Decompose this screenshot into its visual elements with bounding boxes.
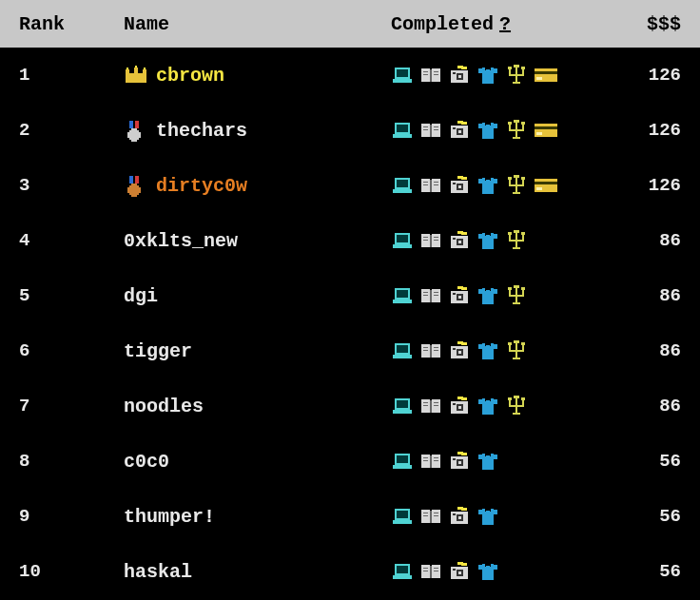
player-name[interactable]: tigger xyxy=(124,340,192,362)
rank-cell: 7 xyxy=(19,396,124,416)
svg-rect-265 xyxy=(434,515,438,516)
svg-rect-92 xyxy=(430,180,432,192)
svg-rect-118 xyxy=(536,187,542,190)
svg-rect-236 xyxy=(397,455,408,463)
svg-rect-15 xyxy=(423,71,428,72)
svg-rect-176 xyxy=(513,302,520,304)
table-row[interactable]: 3 dirtyc0w xyxy=(19,158,681,213)
table-row[interactable]: 8c0c0 56 xyxy=(19,434,681,489)
completed-cell xyxy=(391,507,605,526)
shirt-icon xyxy=(476,66,499,85)
money-cell: 56 xyxy=(605,451,681,472)
svg-rect-288 xyxy=(461,563,467,566)
svg-rect-257 xyxy=(397,511,408,518)
svg-rect-93 xyxy=(423,182,428,183)
svg-rect-255 xyxy=(486,455,490,457)
name-cell: thechars xyxy=(124,120,391,142)
header-name: Name xyxy=(124,13,391,35)
svg-rect-207 xyxy=(397,400,408,408)
table-row[interactable]: 10haskal 56 xyxy=(19,544,681,599)
table-row[interactable]: 7noodles xyxy=(19,378,681,434)
player-name[interactable]: dirtyc0w xyxy=(156,175,247,197)
svg-rect-56 xyxy=(434,126,438,127)
money-cell: 86 xyxy=(605,230,681,251)
player-name[interactable]: cbrown xyxy=(156,65,224,87)
player-name[interactable]: 0xklts_new xyxy=(124,230,238,252)
svg-rect-162 xyxy=(458,296,461,299)
svg-rect-202 xyxy=(508,342,512,345)
svg-rect-139 xyxy=(486,235,490,237)
svg-rect-279 xyxy=(393,575,412,579)
player-name[interactable]: thechars xyxy=(156,120,247,142)
camera-icon xyxy=(448,121,471,140)
money-cell: 126 xyxy=(605,120,681,141)
svg-rect-250 xyxy=(453,458,456,460)
svg-rect-234 xyxy=(513,413,520,415)
trident-icon xyxy=(505,396,528,416)
table-row[interactable]: 1 cbrown xyxy=(19,48,681,103)
header-money: $$$ xyxy=(605,13,681,35)
money-cell: 56 xyxy=(605,506,681,527)
rank-cell: 9 xyxy=(19,506,124,527)
rank-cell: 8 xyxy=(19,451,124,472)
svg-rect-201 xyxy=(509,350,524,352)
svg-rect-57 xyxy=(434,129,438,130)
camera-icon xyxy=(448,341,471,360)
svg-rect-217 xyxy=(461,397,467,400)
table-row[interactable]: 9thumper! 56 xyxy=(19,489,681,544)
svg-rect-53 xyxy=(430,125,432,137)
svg-rect-192 xyxy=(453,348,456,350)
header-rank: Rank xyxy=(19,13,124,35)
laptop-icon xyxy=(391,397,414,416)
camera-icon xyxy=(448,66,471,85)
svg-rect-72 xyxy=(509,129,524,131)
table-row[interactable]: 40xklts_new xyxy=(19,213,681,268)
svg-rect-37 xyxy=(513,82,520,84)
svg-rect-11 xyxy=(393,79,412,83)
svg-rect-185 xyxy=(434,347,438,348)
svg-rect-76 xyxy=(513,137,520,139)
laptop-icon xyxy=(391,507,414,526)
svg-rect-263 xyxy=(423,515,428,516)
completed-cell xyxy=(391,396,605,416)
svg-rect-130 xyxy=(461,232,467,235)
player-name[interactable]: c0c0 xyxy=(124,451,169,473)
completed-cell xyxy=(391,452,605,471)
completed-cell xyxy=(391,230,605,251)
svg-rect-44 xyxy=(127,132,129,138)
svg-rect-120 xyxy=(397,235,408,242)
camera-icon xyxy=(448,176,471,195)
player-name[interactable]: noodles xyxy=(124,396,204,417)
table-row[interactable]: 6tigger xyxy=(19,323,681,378)
table-row[interactable]: 5dgi xyxy=(19,268,681,323)
player-name[interactable]: dgi xyxy=(124,285,158,307)
svg-rect-163 xyxy=(453,293,456,295)
svg-rect-133 xyxy=(458,241,461,243)
help-icon[interactable]: ? xyxy=(499,13,511,35)
book-icon xyxy=(419,507,442,526)
svg-rect-89 xyxy=(393,189,412,193)
table-row[interactable]: 2 thechars xyxy=(19,103,681,158)
svg-rect-17 xyxy=(434,71,438,72)
svg-rect-271 xyxy=(453,513,456,515)
svg-rect-204 xyxy=(514,340,519,343)
camera-icon xyxy=(448,286,471,305)
rank-cell: 2 xyxy=(19,120,124,141)
svg-rect-45 xyxy=(139,132,141,138)
player-name[interactable]: thumper! xyxy=(124,506,215,528)
trident-icon xyxy=(505,340,528,361)
svg-rect-55 xyxy=(423,129,428,130)
svg-rect-237 xyxy=(393,465,412,469)
rank-cell: 5 xyxy=(19,285,124,306)
svg-rect-16 xyxy=(423,74,428,75)
svg-rect-75 xyxy=(514,120,519,123)
laptop-icon xyxy=(391,176,414,195)
svg-rect-221 xyxy=(453,403,456,405)
svg-rect-81 xyxy=(135,176,139,184)
svg-rect-43 xyxy=(129,130,139,140)
svg-rect-62 xyxy=(458,130,461,133)
svg-rect-155 xyxy=(423,295,428,296)
svg-rect-111 xyxy=(509,184,524,186)
svg-rect-182 xyxy=(430,345,432,358)
player-name[interactable]: haskal xyxy=(124,561,192,583)
